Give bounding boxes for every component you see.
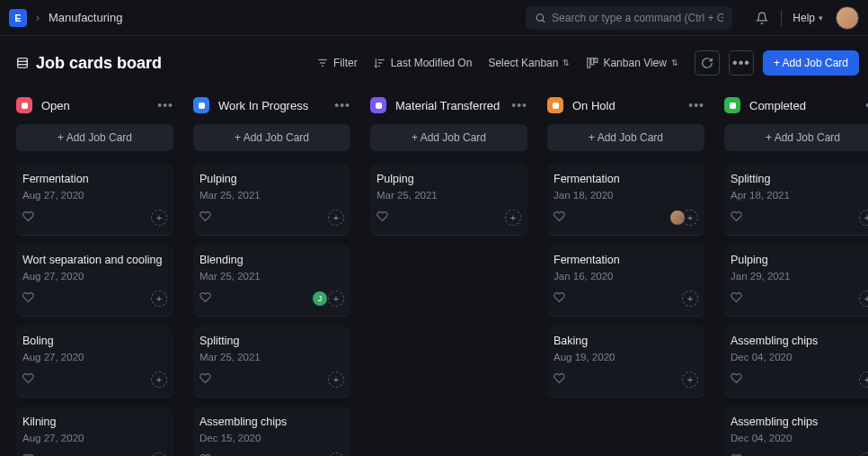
add-assignee-button[interactable]: +	[859, 210, 868, 226]
chevron-down-icon: ▾	[819, 13, 823, 22]
more-button[interactable]: •••	[729, 50, 754, 76]
assignees: +	[151, 452, 167, 456]
like-button[interactable]	[731, 371, 742, 388]
filter-button[interactable]: Filter	[316, 57, 358, 69]
notifications-button[interactable]	[748, 4, 775, 31]
avatar[interactable]	[836, 6, 859, 30]
like-button[interactable]	[199, 452, 211, 456]
view-button[interactable]: Kanban View ⇅	[586, 57, 678, 69]
add-assignee-button[interactable]: +	[859, 291, 868, 307]
add-card-button[interactable]: + Add Job Card	[193, 124, 350, 151]
card-date: Mar 25, 2021	[376, 190, 521, 201]
like-button[interactable]	[22, 371, 34, 388]
breadcrumb[interactable]: Manufacturing	[49, 11, 122, 24]
like-button[interactable]	[731, 291, 742, 307]
job-card[interactable]: Splitting Apr 18, 2021 +	[724, 164, 868, 236]
like-button[interactable]	[554, 291, 565, 307]
add-assignee-button[interactable]: +	[151, 291, 167, 307]
heart-icon	[554, 372, 565, 384]
job-card[interactable]: Baking Aug 19, 2020 +	[547, 326, 704, 398]
column-menu-button[interactable]: •••	[157, 98, 173, 112]
refresh-button[interactable]	[695, 50, 720, 76]
add-assignee-button[interactable]: +	[682, 210, 698, 226]
select-kanban-button[interactable]: Select Kanban ⇅	[488, 57, 570, 69]
like-button[interactable]	[376, 210, 388, 226]
assignees: +	[682, 371, 698, 388]
column-menu-button[interactable]: •••	[511, 98, 527, 112]
like-button[interactable]	[199, 210, 211, 226]
job-card[interactable]: Wort separation and cooling Aug 27, 2020…	[16, 245, 173, 317]
add-card-button[interactable]: + Add Job Card	[547, 124, 704, 151]
search-box[interactable]	[526, 6, 732, 30]
add-assignee-button[interactable]: +	[682, 371, 698, 388]
job-card[interactable]: Fermentation Jan 18, 2020 +	[547, 164, 704, 236]
status-dot	[370, 97, 386, 113]
kanban-column: Work In Progress •••+ Add Job Card Pulpi…	[193, 90, 350, 456]
like-button[interactable]	[554, 371, 565, 388]
like-button[interactable]	[22, 210, 34, 226]
view-label: Kanban View	[603, 57, 667, 69]
add-assignee-button[interactable]: +	[328, 371, 344, 388]
card-title: Fermentation	[22, 173, 167, 185]
add-job-card-button[interactable]: + Add Job Card	[763, 50, 859, 76]
assignee-avatar[interactable]: J	[312, 291, 328, 307]
column-menu-button[interactable]: •••	[334, 98, 350, 112]
card-title: Assembling chips	[731, 416, 868, 428]
add-assignee-button[interactable]: +	[859, 371, 868, 388]
like-button[interactable]	[199, 371, 211, 388]
job-card[interactable]: Pulping Mar 25, 2021 +	[193, 164, 350, 236]
add-assignee-button[interactable]: +	[682, 291, 698, 307]
job-card[interactable]: Kilning Aug 27, 2020 +	[16, 407, 173, 456]
add-assignee-button[interactable]: +	[151, 452, 167, 456]
help-button[interactable]: Help ▾	[793, 12, 823, 24]
add-assignee-button[interactable]: +	[151, 210, 167, 226]
job-card[interactable]: Splitting Mar 25, 2021 +	[193, 326, 350, 398]
card-date: Mar 25, 2021	[199, 352, 344, 362]
card-date: Aug 27, 2020	[22, 352, 167, 362]
add-assignee-button[interactable]: +	[859, 452, 868, 456]
card-date: Jan 18, 2020	[554, 190, 698, 201]
add-assignee-button[interactable]: +	[328, 210, 344, 226]
job-card[interactable]: Pulping Mar 25, 2021 +	[370, 164, 527, 236]
job-card[interactable]: Boling Aug 27, 2020 +	[16, 326, 173, 398]
column-menu-button[interactable]: •••	[688, 98, 704, 112]
job-card[interactable]: Assembling chips Dec 04, 2020 +	[724, 407, 868, 456]
like-button[interactable]	[554, 210, 565, 226]
sort-button[interactable]: Last Modified On	[374, 57, 473, 69]
job-card[interactable]: Assembling chips Dec 04, 2020 +	[724, 326, 868, 398]
heart-icon	[22, 372, 34, 384]
job-card[interactable]: Blending Mar 25, 2021 J+	[193, 245, 350, 317]
kanban-column: Open •••+ Add Job Card Fermentation Aug …	[16, 90, 173, 456]
like-button[interactable]	[731, 452, 742, 456]
add-job-card-label: + Add Job Card	[774, 57, 848, 69]
sort-label: Last Modified On	[391, 57, 473, 69]
job-card[interactable]: Pulping Jan 29, 2021 +	[724, 245, 868, 317]
refresh-icon	[701, 57, 713, 69]
svg-rect-12	[591, 58, 594, 65]
like-button[interactable]	[22, 452, 34, 456]
job-card[interactable]: Fermentation Jan 16, 2020 +	[547, 245, 704, 317]
like-button[interactable]	[22, 291, 34, 307]
add-card-button[interactable]: + Add Job Card	[16, 124, 173, 151]
add-assignee-button[interactable]: +	[151, 371, 167, 388]
like-button[interactable]	[199, 291, 211, 307]
card-title: Pulping	[376, 173, 521, 185]
app-logo[interactable]: E	[9, 9, 27, 27]
card-title: Baking	[554, 335, 698, 347]
job-card[interactable]: Fermentation Aug 27, 2020 +	[16, 164, 173, 236]
add-card-button[interactable]: + Add Job Card	[724, 124, 868, 151]
assignees: +	[669, 210, 698, 226]
search-input[interactable]	[552, 12, 723, 24]
card-title: Blending	[199, 254, 344, 266]
assignees: +	[682, 291, 698, 307]
assignees: +	[151, 371, 167, 388]
job-card[interactable]: Assembling chips Dec 15, 2020 +	[193, 407, 350, 456]
add-card-button[interactable]: + Add Job Card	[370, 124, 527, 151]
status-dot	[193, 97, 209, 113]
card-title: Boling	[22, 335, 167, 347]
like-button[interactable]	[731, 210, 742, 226]
add-assignee-button[interactable]: +	[328, 452, 344, 456]
add-assignee-button[interactable]: +	[328, 291, 344, 307]
add-assignee-button[interactable]: +	[505, 210, 521, 226]
ellipsis-icon: •••	[732, 55, 750, 71]
